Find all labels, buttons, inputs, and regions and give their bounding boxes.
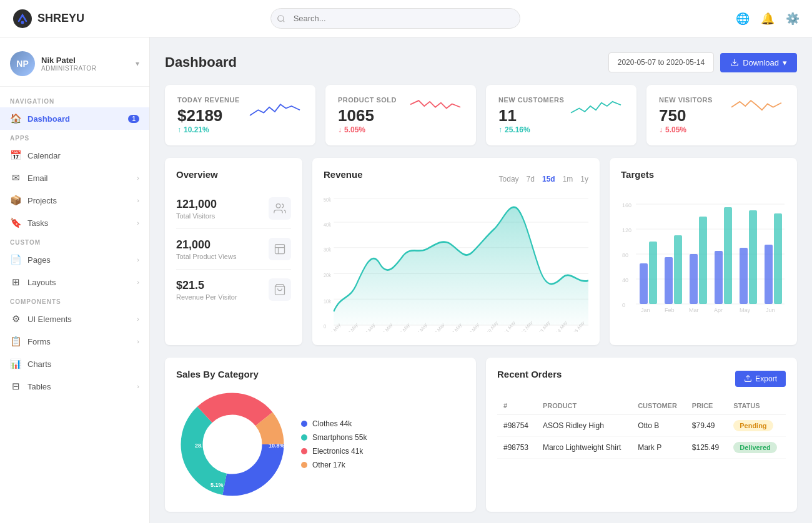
sidebar-item-layouts[interactable]: ⊞ Layouts › <box>0 271 149 293</box>
svg-rect-55 <box>765 245 773 304</box>
svg-rect-54 <box>749 210 757 304</box>
col-id: # <box>497 397 537 415</box>
orders-table: # Product Customer Price Status #98754 A… <box>497 397 786 459</box>
svg-rect-52 <box>724 207 732 304</box>
svg-text:28.0%: 28.0% <box>195 442 211 449</box>
svg-line-3 <box>282 20 284 22</box>
svg-text:10k: 10k <box>324 298 331 305</box>
sidebar-item-email[interactable]: ✉ Email › <box>0 167 149 189</box>
legend-label-other: Other 17k <box>312 461 345 469</box>
revenue-card: Revenue Today 7d 15d 1m 1y 0 10k 20k 30k… <box>312 158 600 345</box>
sidebar-item-label-calendar: Calendar <box>27 151 61 160</box>
legend-dot-electronics <box>301 448 307 454</box>
order-id: #98753 <box>497 437 537 459</box>
overview-product-views-label: Total Product Views <box>176 253 236 260</box>
filter-1y[interactable]: 1y <box>580 175 588 183</box>
stat-card-product-sold: PRODUCT SOLD 1065 ↓ 5.05% <box>325 85 476 145</box>
topbar-right: 🌐 🔔 ⚙️ <box>736 12 800 26</box>
tasks-icon: 🔖 <box>10 217 21 228</box>
revenue-chart: 0 10k 20k 30k 40k 50k <box>324 195 588 332</box>
order-price: $125.49 <box>686 437 727 459</box>
time-filters: Today 7d 15d 1m 1y <box>499 175 588 183</box>
search-bar <box>270 8 520 29</box>
svg-rect-6 <box>275 245 285 254</box>
ui-elements-icon: ⚙ <box>10 313 21 325</box>
order-status: Delivered <box>727 437 786 459</box>
targets-chart: 0 40 80 120 160 <box>621 188 786 313</box>
download-button[interactable]: Download ▾ <box>720 53 797 72</box>
sidebar-item-label-ui-elements: UI Elements <box>27 315 72 324</box>
filter-today[interactable]: Today <box>499 175 519 183</box>
svg-rect-49 <box>690 254 698 304</box>
user-chevron[interactable]: ▾ <box>136 59 139 68</box>
legend-item-smartphones: Smartphons 55k <box>301 433 367 442</box>
sidebar-item-pages[interactable]: 📄 Pages › <box>0 248 149 271</box>
filter-15d[interactable]: 15d <box>542 175 555 183</box>
stat-cards: TODAY REVENUE $2189 ↑ 10.21% PRODUCT SOL… <box>165 85 797 145</box>
sidebar-item-ui-elements[interactable]: ⚙ UI Elements › <box>0 308 149 330</box>
date-range-picker[interactable]: 2020-05-07 to 2020-05-14 <box>608 52 714 72</box>
sidebar-item-dashboard[interactable]: 🏠 Dashboard 1 <box>0 107 149 130</box>
svg-text:Jan: Jan <box>641 307 650 313</box>
order-customer: Mark P <box>631 437 686 459</box>
order-product: Marco Lightweight Shirt <box>537 437 631 459</box>
charts-icon: 📊 <box>10 358 21 369</box>
notification-icon[interactable]: 🔔 <box>761 12 775 26</box>
user-role: ADMINISTRATOR <box>41 65 96 72</box>
svg-text:Feb: Feb <box>665 307 675 313</box>
tables-arrow: › <box>137 383 139 390</box>
pages-arrow: › <box>137 256 139 263</box>
filter-1m[interactable]: 1m <box>563 175 573 183</box>
arrow-up-icon: ↑ <box>177 125 181 134</box>
stat-label-new-visitors: NEW VISITORS <box>659 96 713 104</box>
revenue-title: Revenue <box>324 169 363 180</box>
svg-rect-48 <box>674 235 682 304</box>
filter-7d[interactable]: 7d <box>527 175 535 183</box>
sidebar-item-charts[interactable]: 📊 Charts <box>0 353 149 375</box>
dashboard-header: Dashboard 2020-05-07 to 2020-05-14 Downl… <box>165 52 797 72</box>
arrow-up2-icon: ↑ <box>498 125 502 134</box>
settings-icon[interactable]: ⚙️ <box>786 12 800 26</box>
stat-change-new-customers: ↑ 25.16% <box>498 125 564 134</box>
search-input[interactable] <box>270 8 520 29</box>
legend-dot-other <box>301 462 307 468</box>
overview-visitors-value: 121,000 <box>176 198 217 211</box>
sidebar-item-forms[interactable]: 📋 Forms › <box>0 330 149 353</box>
tasks-arrow: › <box>137 219 139 227</box>
stat-label-product-sold: PRODUCT SOLD <box>338 96 397 104</box>
sidebar-item-label-dashboard: Dashboard <box>27 114 70 124</box>
projects-arrow: › <box>137 197 139 204</box>
sidebar-item-tables[interactable]: ⊟ Tables › <box>0 375 149 398</box>
legend-item-electronics: Electronics 41k <box>301 447 367 456</box>
download-label: Download <box>743 58 779 67</box>
dashboard-actions: 2020-05-07 to 2020-05-14 Download ▾ <box>608 52 797 72</box>
globe-icon[interactable]: 🌐 <box>736 12 750 26</box>
sidebar-item-tasks[interactable]: 🔖 Tasks › <box>0 212 149 234</box>
download-icon <box>730 58 739 67</box>
projects-icon: 📦 <box>10 195 21 206</box>
revenue-visitor-icon <box>269 278 291 301</box>
svg-text:Mar: Mar <box>689 307 699 313</box>
svg-text:5.1%: 5.1% <box>210 482 224 488</box>
calendar-icon: 📅 <box>10 150 21 161</box>
bottom-row: Sales By Category .donut-segment { trans… <box>165 358 797 512</box>
export-button[interactable]: Export <box>735 371 786 387</box>
svg-text:Apr: Apr <box>714 307 723 313</box>
donut-chart: .donut-segment { transform-origin: 90px … <box>176 388 289 501</box>
search-icon <box>277 14 285 23</box>
customers-sparkline <box>568 96 624 121</box>
svg-text:80: 80 <box>622 252 628 258</box>
order-product: ASOS Ridley High <box>537 415 631 437</box>
sidebar-item-label-email: Email <box>27 174 48 183</box>
sidebar-item-projects[interactable]: 📦 Projects › <box>0 189 149 212</box>
sidebar-item-calendar[interactable]: 📅 Calendar <box>0 144 149 167</box>
nav-section-components: COMPONENTS <box>0 293 149 308</box>
export-label: Export <box>755 374 777 383</box>
svg-text:Jun: Jun <box>766 307 775 313</box>
svg-rect-45 <box>640 263 648 304</box>
sales-title: Sales By Category <box>176 369 465 379</box>
layouts-arrow: › <box>137 278 139 286</box>
sales-legend: Clothes 44k Smartphons 55k Electronics 4… <box>301 419 367 469</box>
legend-item-clothes: Clothes 44k <box>301 419 367 428</box>
revenue-header: Revenue Today 7d 15d 1m 1y <box>324 169 588 188</box>
